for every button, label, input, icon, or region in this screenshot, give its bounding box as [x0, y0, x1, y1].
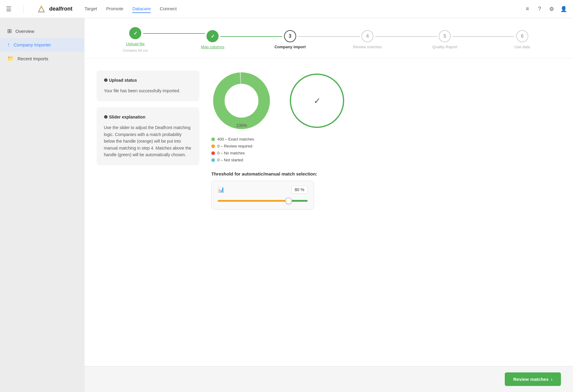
sidebar-item-label-company-importer: Company Importer: [14, 42, 51, 47]
bottom-footer: Review matches ›: [85, 366, 573, 392]
threshold-title: Threshold for automatic/manual match sel…: [211, 171, 561, 176]
legend-dot-review: [211, 144, 215, 148]
svg-point-4: [225, 84, 258, 117]
arrow-icon: ›: [551, 377, 552, 382]
user-icon[interactable]: 👤: [560, 6, 567, 12]
step-3: 3 Company import: [251, 30, 329, 49]
checkmark-icon: ✓: [314, 96, 321, 106]
legend-label-no-matches: 0 – No matches: [217, 151, 245, 155]
slider-explanation-title: ❷ Slider explanation: [104, 115, 192, 119]
upload-status-title: ❷ Upload status: [104, 78, 192, 83]
nav-menu: Target Promote Datacare Connect: [85, 5, 515, 13]
nav-icons: ≡ ? ⚙ 👤: [524, 6, 567, 12]
legend-item-exact: 400 – Exact matches: [211, 137, 561, 141]
sidebar-item-recent-imports[interactable]: 📁 Recent Imports: [0, 52, 85, 65]
chart-area: 100% ✓ 400 – Exact matches 0 – R: [211, 71, 561, 360]
slider-explanation-card: ❷ Slider explanation Use the slider to a…: [97, 107, 199, 165]
chart-bar-icon: 📊: [218, 186, 224, 193]
legend-label-exact: 400 – Exact matches: [217, 137, 254, 141]
step-1-sub: Company list.csv: [123, 49, 148, 52]
step-6: 6 Use data: [484, 30, 561, 49]
step-4-label: Review matches: [353, 45, 382, 49]
content-area: ❷ Upload status Your file has been succe…: [85, 58, 573, 366]
threshold-box: 📊 80 %: [211, 181, 314, 210]
slider-explanation-text: Use the slider to adjust the Dealfront m…: [104, 124, 192, 158]
step-1: ✓ Upload file Company list.csv: [97, 27, 174, 52]
stepper: ✓ Upload file Company list.csv ✓ Map col…: [85, 18, 573, 58]
slider-container[interactable]: [218, 197, 308, 204]
step-2: ✓ Map columns: [174, 30, 251, 49]
step-2-label[interactable]: Map columns: [201, 45, 224, 49]
folder-icon: 📁: [7, 55, 14, 62]
step-3-circle: 3: [284, 30, 296, 42]
sidebar: ⊞ Overview ↑ Company Importer 📁 Recent I…: [0, 18, 85, 392]
circle-check: ✓: [290, 74, 344, 128]
legend-dot-not-started: [211, 158, 215, 162]
chart-legend: 400 – Exact matches 0 – Review required …: [211, 137, 561, 162]
layers-icon: ⊞: [7, 28, 12, 34]
sidebar-item-company-importer[interactable]: ↑ Company Importer: [0, 38, 85, 52]
donut-svg: [211, 71, 272, 131]
upload-status-card: ❷ Upload status Your file has been succe…: [97, 71, 199, 101]
step-4: 4 Review matches: [329, 30, 406, 49]
info-cards: ❷ Upload status Your file has been succe…: [97, 71, 199, 360]
donut-chart: 100%: [211, 71, 272, 131]
threshold-top: 📊 80 %: [218, 186, 308, 194]
app-layout: ⊞ Overview ↑ Company Importer 📁 Recent I…: [0, 18, 573, 392]
nav-item-target[interactable]: Target: [85, 5, 97, 13]
upload-status-text: Your file has been successfully imported…: [104, 87, 192, 94]
help-icon[interactable]: ?: [536, 6, 543, 12]
step-5: 5 Quality Report: [406, 30, 483, 49]
nav-item-promote[interactable]: Promote: [106, 5, 123, 13]
legend-item-not-started: 0 – Not started: [211, 158, 561, 162]
logo-icon: [36, 4, 47, 14]
step-1-circle: ✓: [129, 27, 141, 39]
sidebar-item-overview[interactable]: ⊞ Overview: [0, 24, 85, 38]
main-content: ✓ Upload file Company list.csv ✓ Map col…: [85, 18, 573, 392]
upload-icon: ↑: [7, 42, 10, 48]
nav-separator: [24, 5, 24, 14]
hamburger-menu[interactable]: ☰: [6, 5, 11, 13]
logo-text: dealfront: [49, 6, 72, 12]
step-5-label: Quality Report: [432, 45, 457, 49]
sidebar-item-label-recent-imports: Recent Imports: [18, 56, 48, 61]
list-icon[interactable]: ≡: [524, 6, 531, 12]
threshold-section: Threshold for automatic/manual match sel…: [211, 171, 561, 210]
step-6-circle: 6: [516, 30, 528, 42]
legend-item-no-matches: 0 – No matches: [211, 151, 561, 155]
nav-item-connect[interactable]: Connect: [160, 5, 177, 13]
review-matches-button[interactable]: Review matches ›: [505, 372, 561, 386]
top-navigation: ☰ dealfront Target Promote Datacare Conn…: [0, 0, 573, 18]
step-3-label: Company import: [274, 45, 306, 49]
nav-item-datacare[interactable]: Datacare: [132, 5, 151, 13]
step-2-circle: ✓: [206, 30, 219, 42]
legend-item-review: 0 – Review required: [211, 144, 561, 148]
legend-dot-no-matches: [211, 151, 215, 155]
settings-icon[interactable]: ⚙: [548, 6, 555, 12]
legend-label-review: 0 – Review required: [217, 144, 252, 148]
legend-label-not-started: 0 – Not started: [217, 158, 243, 162]
svg-marker-0: [39, 6, 44, 12]
threshold-percent: 80 %: [291, 186, 308, 194]
step-5-circle: 5: [439, 30, 451, 42]
donut-percent-label: 100%: [236, 123, 247, 128]
step-6-label: Use data: [514, 45, 530, 49]
slider-track: [218, 200, 308, 202]
step-1-label[interactable]: Upload file: [126, 42, 144, 46]
review-matches-label: Review matches: [513, 377, 549, 382]
slider-thumb[interactable]: [285, 198, 292, 204]
logo: dealfront: [36, 4, 72, 14]
legend-dot-exact: [211, 138, 215, 141]
step-4-circle: 4: [361, 30, 373, 42]
charts-row: 100% ✓: [211, 71, 561, 131]
sidebar-item-label-overview: Overview: [15, 29, 34, 34]
